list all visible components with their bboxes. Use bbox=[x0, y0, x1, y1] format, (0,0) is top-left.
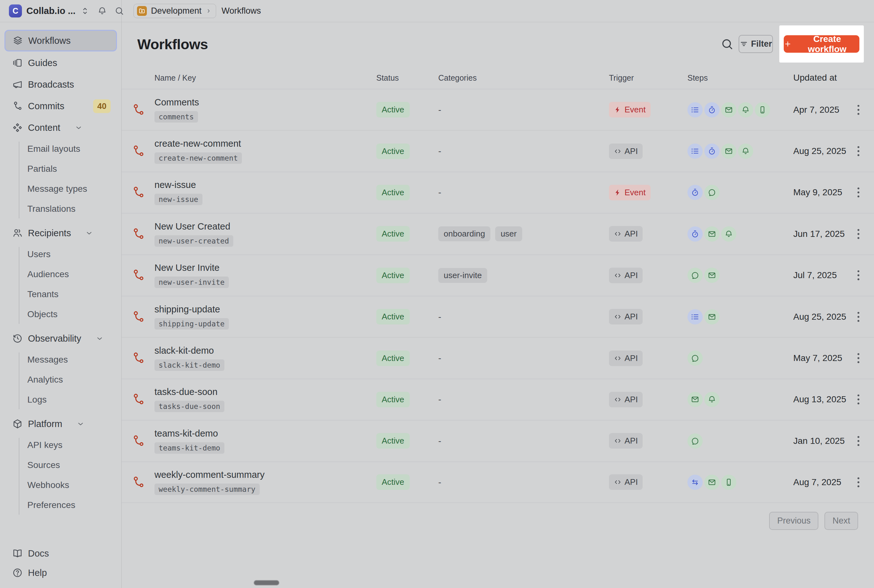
table-row[interactable]: teams-kit-demoteams-kit-demoActive-APIJa… bbox=[122, 420, 874, 461]
table-row[interactable]: CommentscommentsActive-EventApr 7, 2025 bbox=[122, 89, 874, 130]
sidebar-item-api-keys[interactable]: API keys bbox=[5, 436, 117, 454]
sidebar-item-platform[interactable]: Platform bbox=[5, 414, 117, 434]
workflow-icon bbox=[131, 227, 145, 241]
sidebar-item-audiences[interactable]: Audiences bbox=[5, 266, 117, 283]
trigger-badge: API bbox=[609, 309, 642, 324]
workflow-key: new-user-invite bbox=[155, 276, 229, 288]
status-badge: Active bbox=[376, 309, 410, 324]
page-title: Workflows bbox=[137, 36, 208, 53]
sidebar-item-recipients[interactable]: Recipients bbox=[5, 223, 117, 243]
sidebar-item-guides[interactable]: Guides bbox=[5, 53, 117, 73]
table-row[interactable]: weekly-comment-summaryweekly-comment-sum… bbox=[122, 462, 874, 503]
sidebar-item-broadcasts[interactable]: Broadcasts bbox=[5, 74, 117, 94]
people-icon bbox=[12, 228, 23, 238]
sidebar-item-sources[interactable]: Sources bbox=[5, 456, 117, 474]
filter-button[interactable]: Filter bbox=[739, 35, 773, 53]
step-in-app-icon bbox=[738, 102, 753, 117]
sidebar-item-webhooks[interactable]: Webhooks bbox=[5, 477, 117, 494]
sidebar-item-objects[interactable]: Objects bbox=[5, 306, 117, 323]
sidebar-item-partials[interactable]: Partials bbox=[5, 160, 117, 177]
sidebar-item-message-types[interactable]: Message types bbox=[5, 180, 117, 198]
row-menu-button[interactable] bbox=[851, 227, 866, 241]
step-email-icon bbox=[721, 144, 736, 159]
step-chat-icon bbox=[687, 268, 703, 283]
workflow-name: New User Created bbox=[155, 221, 376, 232]
sidebar-item-content[interactable]: Content bbox=[5, 117, 117, 138]
table-row[interactable]: create-new-commentcreate-new-commentActi… bbox=[122, 130, 874, 171]
sidebar-item-preferences[interactable]: Preferences bbox=[5, 496, 117, 514]
row-menu-button[interactable] bbox=[851, 475, 866, 490]
row-menu-button[interactable] bbox=[851, 351, 866, 365]
environment-switcher[interactable]: Development bbox=[134, 4, 216, 18]
row-menu-button[interactable] bbox=[851, 102, 866, 117]
trigger-label: Event bbox=[624, 105, 646, 115]
steps-cell bbox=[687, 309, 793, 324]
sidebar-item-commits[interactable]: Commits40 bbox=[5, 96, 117, 116]
row-menu-button[interactable] bbox=[851, 309, 866, 324]
horizontal-scrollbar-thumb[interactable] bbox=[254, 580, 279, 585]
previous-page-button[interactable]: Previous bbox=[769, 512, 818, 530]
table-row[interactable]: New User Creatednew-user-createdActiveon… bbox=[122, 213, 874, 254]
sidebar-item-label: Docs bbox=[28, 548, 49, 559]
trigger-label: API bbox=[624, 270, 638, 280]
trigger-badge: Event bbox=[609, 185, 651, 200]
row-menu-button[interactable] bbox=[851, 144, 866, 158]
step-batch-icon bbox=[687, 144, 703, 159]
table-search-button[interactable] bbox=[721, 38, 734, 51]
row-menu-button[interactable] bbox=[851, 434, 866, 448]
table-row[interactable]: New User Invitenew-user-inviteActiveuser… bbox=[122, 255, 874, 296]
workspace-name[interactable]: Collab.io ... bbox=[26, 6, 76, 16]
steps-cell bbox=[687, 434, 793, 448]
table-row[interactable]: tasks-due-soontasks-due-soonActive-APIAu… bbox=[122, 379, 874, 420]
row-menu-button[interactable] bbox=[851, 185, 866, 200]
categories-cell: - bbox=[438, 394, 609, 405]
workflow-key: teams-kit-demo bbox=[155, 442, 224, 454]
workspace-logo[interactable]: C bbox=[9, 4, 22, 18]
updated-date: Aug 25, 2025 bbox=[793, 146, 829, 156]
trigger-label: API bbox=[624, 394, 638, 405]
create-workflow-button[interactable]: Create workflow bbox=[784, 35, 859, 53]
sidebar-item-analytics[interactable]: Analytics bbox=[5, 371, 117, 388]
table-row[interactable]: shipping-updateshipping-updateActive-API… bbox=[122, 296, 874, 337]
empty-value: - bbox=[438, 105, 441, 115]
workflow-icon bbox=[131, 268, 145, 282]
workflow-name: tasks-due-soon bbox=[155, 387, 376, 397]
notifications-bell-icon[interactable] bbox=[97, 6, 107, 16]
workflows-table: Name / KeyStatusCategoriesTriggerStepsUp… bbox=[122, 67, 874, 503]
status-badge: Active bbox=[376, 474, 410, 490]
column-header-status: Status bbox=[376, 74, 438, 82]
sidebar-item-users[interactable]: Users bbox=[5, 246, 117, 263]
next-page-button[interactable]: Next bbox=[824, 512, 858, 530]
row-menu-button[interactable] bbox=[851, 268, 866, 283]
step-delay-icon bbox=[687, 185, 703, 200]
table-row[interactable]: slack-kit-demoslack-kit-demoActive-APIMa… bbox=[122, 337, 874, 378]
empty-value: - bbox=[438, 394, 441, 404]
categories-cell: - bbox=[438, 188, 609, 198]
workflow-name: create-new-comment bbox=[155, 138, 376, 149]
sidebar-item-label: Platform bbox=[28, 419, 62, 429]
sidebar-item-workflows[interactable]: Workflows bbox=[5, 30, 117, 51]
trigger-badge: Event bbox=[609, 102, 651, 117]
workflow-icon bbox=[131, 351, 145, 365]
workflow-name: shipping-update bbox=[155, 304, 376, 315]
status-badge: Active bbox=[376, 268, 410, 283]
sidebar-item-email-layouts[interactable]: Email layouts bbox=[5, 140, 117, 158]
trigger-badge: API bbox=[609, 268, 642, 283]
sidebar-item-observability[interactable]: Observability bbox=[5, 328, 117, 349]
sidebar-item-tenants[interactable]: Tenants bbox=[5, 286, 117, 303]
workflow-name: Comments bbox=[155, 97, 376, 108]
code-icon bbox=[614, 272, 622, 279]
help-icon bbox=[12, 567, 23, 578]
workflow-icon bbox=[131, 475, 145, 489]
sidebar-item-logs[interactable]: Logs bbox=[5, 391, 117, 408]
sidebar-item-translations[interactable]: Translations bbox=[5, 200, 117, 218]
workflow-name: slack-kit-demo bbox=[155, 345, 376, 356]
workflow-icon bbox=[131, 144, 145, 158]
step-chat-icon bbox=[704, 185, 719, 200]
table-row[interactable]: new-issuenew-issueActive-EventMay 9, 202… bbox=[122, 172, 874, 213]
sidebar-item-help[interactable]: Help bbox=[5, 564, 117, 582]
workspace-switcher-icon[interactable] bbox=[80, 6, 90, 16]
sidebar-item-messages[interactable]: Messages bbox=[5, 351, 117, 368]
sidebar-item-docs[interactable]: Docs bbox=[5, 544, 117, 562]
row-menu-button[interactable] bbox=[851, 392, 866, 407]
